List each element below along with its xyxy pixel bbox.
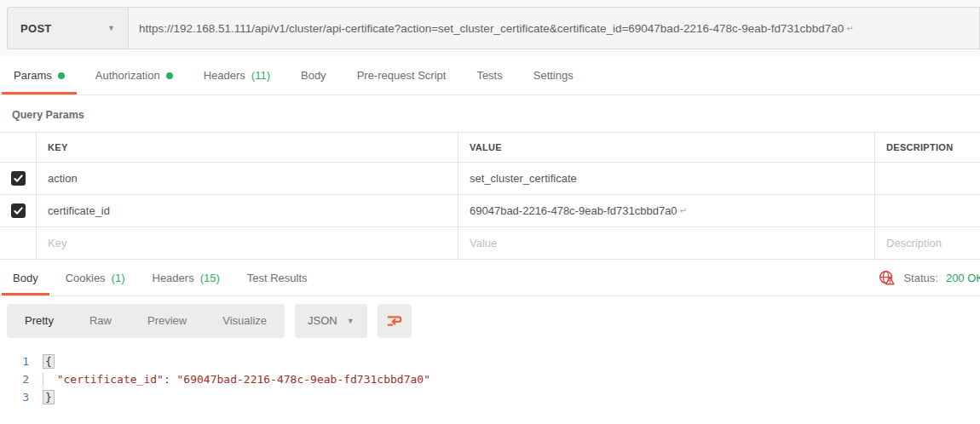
- tab-headers[interactable]: Headers (11): [192, 56, 282, 95]
- method-dropdown[interactable]: POST ▼: [7, 7, 128, 49]
- json-separator: :: [164, 373, 177, 386]
- tab-tests-label: Tests: [476, 69, 502, 82]
- tab-pre-request-script-label: Pre-request Script: [357, 69, 447, 82]
- format-label: JSON: [308, 314, 337, 327]
- tab-settings[interactable]: Settings: [522, 56, 585, 95]
- response-tab-test-results-label: Test Results: [247, 272, 308, 284]
- response-headers-count-badge: (15): [200, 272, 220, 284]
- wrap-text-icon: [385, 312, 404, 330]
- view-mode-pretty[interactable]: Pretty: [7, 304, 72, 338]
- new-param-key-input[interactable]: Key: [36, 227, 458, 259]
- chevron-down-icon: ▼: [107, 24, 115, 32]
- tab-params[interactable]: Params: [2, 56, 77, 95]
- table-row: action set_cluster_certificate: [0, 163, 980, 195]
- request-tabs: Params Authorization Headers (11) Body P…: [0, 56, 980, 95]
- response-tab-cookies-label: Cookies: [66, 272, 106, 284]
- param-checkbox-certificate-id[interactable]: [11, 203, 26, 218]
- line-number: 3: [0, 388, 43, 406]
- param-checkbox-action[interactable]: [11, 171, 26, 186]
- tab-body-label: Body: [301, 69, 326, 82]
- param-value-cell[interactable]: 69047bad-2216-478c-9eab-fd731cbbd7a0↵: [458, 195, 874, 226]
- code-line: 3 }: [0, 388, 980, 406]
- tab-pre-request-script[interactable]: Pre-request Script: [345, 56, 458, 95]
- table-header-row: KEY VALUE DESCRIPTION: [0, 132, 980, 163]
- view-mode-visualize[interactable]: Visualize: [205, 304, 285, 338]
- url-input[interactable]: https://192.168.51.111/api/v1/cluster/ap…: [128, 7, 980, 49]
- line-number: 1: [0, 352, 43, 370]
- authorization-status-dot: [166, 72, 173, 79]
- json-value: "69047bad-2216-478c-9eab-fd731cbbd7a0": [177, 373, 430, 386]
- ssl-warning-globe-icon[interactable]: [878, 269, 896, 287]
- code-line: 2 "certificate_id": "69047bad-2216-478c-…: [0, 370, 980, 388]
- tab-params-label: Params: [14, 69, 52, 82]
- headers-count-badge: (11): [251, 69, 270, 82]
- new-param-description-input[interactable]: Description: [874, 227, 980, 259]
- close-brace: }: [43, 390, 55, 404]
- url-text: https://192.168.51.111/api/v1/cluster/ap…: [139, 22, 854, 35]
- param-value-cell[interactable]: set_cluster_certificate: [458, 163, 874, 194]
- response-tab-cookies[interactable]: Cookies (1): [55, 260, 136, 295]
- method-label: POST: [20, 22, 52, 35]
- view-mode-raw[interactable]: Raw: [72, 304, 130, 338]
- param-key-cell[interactable]: action: [36, 163, 458, 194]
- newline-glyph: ↵: [846, 24, 853, 33]
- param-description-cell[interactable]: [874, 195, 980, 226]
- response-tab-headers[interactable]: Headers (15): [141, 260, 231, 295]
- indent-guide: [43, 373, 57, 386]
- response-tab-body[interactable]: Body: [2, 260, 49, 295]
- code-line: 1 {: [0, 352, 980, 370]
- params-status-dot: [58, 72, 65, 79]
- cookies-count-badge: (1): [112, 272, 125, 284]
- tab-authorization[interactable]: Authorization: [84, 56, 185, 95]
- response-tabs: Body Cookies (1) Headers (15) Test Resul…: [0, 260, 980, 296]
- new-param-value-input[interactable]: Value: [458, 227, 874, 259]
- tab-headers-label: Headers: [204, 69, 245, 82]
- query-params-title: Query Params: [0, 95, 980, 132]
- key-column-header: KEY: [36, 133, 458, 162]
- check-icon: [14, 206, 23, 215]
- status-label: Status:: [903, 272, 937, 284]
- response-tab-headers-label: Headers: [153, 272, 194, 284]
- param-description-cell[interactable]: [874, 163, 980, 194]
- tab-body[interactable]: Body: [289, 56, 338, 95]
- response-toolbar: Pretty Raw Preview Visualize JSON ▼: [0, 296, 980, 345]
- request-bar: POST ▼ https://192.168.51.111/api/v1/clu…: [0, 0, 980, 56]
- format-dropdown[interactable]: JSON ▼: [295, 304, 367, 338]
- table-row: certificate_id 69047bad-2216-478c-9eab-f…: [0, 195, 980, 227]
- open-brace: {: [43, 354, 55, 369]
- response-tab-body-label: Body: [13, 272, 38, 284]
- response-status-area: Status: 200 OK: [878, 260, 980, 295]
- checkbox-column-header: [0, 133, 36, 162]
- param-key-cell[interactable]: certificate_id: [36, 195, 458, 226]
- description-column-header: DESCRIPTION: [874, 133, 980, 162]
- response-body-viewer[interactable]: 1 { 2 "certificate_id": "69047bad-2216-4…: [0, 345, 980, 406]
- query-params-table: KEY VALUE DESCRIPTION action set_cluster…: [0, 132, 980, 260]
- wrap-text-button[interactable]: [378, 304, 412, 338]
- newline-glyph: ↵: [680, 206, 687, 215]
- value-column-header: VALUE: [458, 133, 874, 162]
- tab-settings-label: Settings: [533, 69, 574, 82]
- view-mode-segmented-control: Pretty Raw Preview Visualize: [7, 304, 285, 338]
- check-icon: [14, 174, 23, 183]
- view-mode-preview[interactable]: Preview: [130, 304, 205, 338]
- response-tab-test-results[interactable]: Test Results: [236, 260, 319, 295]
- tab-authorization-label: Authorization: [95, 69, 160, 82]
- line-number: 2: [0, 370, 43, 388]
- table-new-row: Key Value Description: [0, 227, 980, 260]
- chevron-down-icon: ▼: [347, 317, 355, 325]
- status-badge: 200 OK: [946, 272, 980, 284]
- tab-tests[interactable]: Tests: [464, 56, 514, 95]
- json-key: "certificate_id": [57, 373, 164, 386]
